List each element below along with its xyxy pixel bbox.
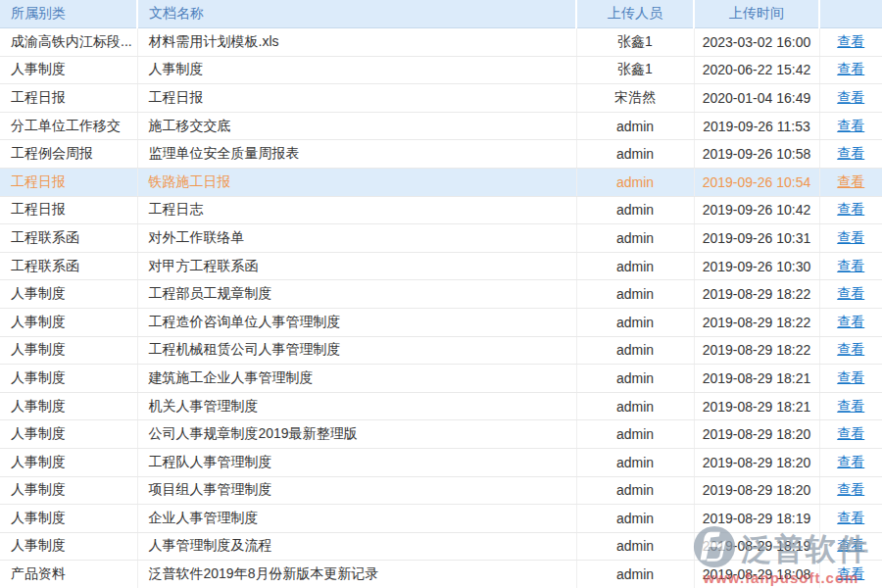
document-name-cell: 工程队人事管理制度	[137, 448, 576, 476]
view-link[interactable]: 查看	[837, 285, 864, 301]
view-link[interactable]: 查看	[837, 314, 864, 329]
document-name-cell: 人事管理制度及流程	[137, 532, 576, 561]
view-link[interactable]: 查看	[837, 61, 864, 76]
uploader-cell: admin	[576, 476, 694, 505]
upload-time-cell: 2019-08-29 18:20	[694, 476, 819, 505]
uploader-cell: 张鑫1	[576, 56, 694, 84]
uploader-cell: admin	[576, 280, 694, 309]
uploader-cell: admin	[576, 336, 694, 365]
table-row[interactable]: 产品资料 泛普软件2019年8月份新版本更新记录 admin 2019-08-2…	[0, 561, 882, 588]
table-header-row: 所属别类 文档名称 上传人员 上传时间	[0, 0, 882, 28]
view-link[interactable]: 查看	[837, 398, 864, 414]
view-link[interactable]: 查看	[837, 229, 864, 245]
table-row[interactable]: 工程联系函 对甲方工程联系函 admin 2019-09-26 10:30 查看	[0, 252, 882, 280]
table-row[interactable]: 人事制度 企业人事管理制度 admin 2019-08-29 18:19 查看	[0, 505, 882, 533]
category-cell: 工程联系函	[0, 224, 137, 253]
uploader-cell: admin	[576, 392, 694, 420]
view-link[interactable]: 查看	[837, 201, 864, 217]
category-cell: 人事制度	[0, 448, 137, 476]
table-row[interactable]: 人事制度 人事制度 张鑫1 2020-06-22 15:42 查看	[0, 56, 882, 84]
upload-time-cell: 2020-06-22 15:42	[694, 56, 819, 84]
category-cell: 工程例会周报	[0, 140, 137, 169]
actions-cell: 查看	[819, 476, 882, 505]
actions-cell: 查看	[819, 420, 882, 449]
document-name-cell: 机关人事管理制度	[137, 392, 576, 420]
table-row[interactable]: 工程日报 工程日报 宋浩然 2020-01-04 16:49 查看	[0, 84, 882, 113]
table-row[interactable]: 工程联系函 对外工作联络单 admin 2019-09-26 10:31 查看	[0, 224, 882, 253]
view-link[interactable]: 查看	[837, 173, 864, 189]
uploader-cell: admin	[576, 505, 694, 533]
table-row[interactable]: 人事制度 建筑施工企业人事管理制度 admin 2019-08-29 18:21…	[0, 365, 882, 393]
upload-time-cell: 2019-08-29 18:20	[694, 420, 819, 449]
view-link[interactable]: 查看	[837, 341, 864, 357]
view-link[interactable]: 查看	[837, 89, 864, 105]
upload-time-cell: 2019-08-29 18:22	[694, 280, 819, 309]
view-link[interactable]: 查看	[837, 33, 864, 49]
actions-cell: 查看	[819, 336, 882, 365]
upload-time-cell: 2019-08-29 18:21	[694, 365, 819, 393]
document-name-cell: 泛普软件2019年8月份新版本更新记录	[137, 561, 576, 588]
category-cell: 人事制度	[0, 532, 137, 561]
uploader-cell: admin	[576, 140, 694, 169]
table-row[interactable]: 人事制度 工程队人事管理制度 admin 2019-08-29 18:20 查看	[0, 448, 882, 476]
table-row[interactable]: 人事制度 人事管理制度及流程 admin 2019-08-29 18:19 查看	[0, 532, 882, 561]
upload-time-cell: 2019-08-29 18:08	[694, 561, 819, 588]
actions-cell: 查看	[819, 140, 882, 169]
table-row[interactable]: 人事制度 机关人事管理制度 admin 2019-08-29 18:21 查看	[0, 392, 882, 420]
view-link[interactable]: 查看	[837, 258, 864, 273]
table-row[interactable]: 人事制度 工程机械租赁公司人事管理制度 admin 2019-08-29 18:…	[0, 336, 882, 365]
view-link[interactable]: 查看	[837, 118, 864, 133]
view-link[interactable]: 查看	[837, 145, 864, 161]
upload-time-cell: 2019-08-29 18:20	[694, 448, 819, 476]
uploader-cell: 宋浩然	[576, 84, 694, 113]
document-name-cell: 监理单位安全质量周报表	[137, 140, 576, 169]
table-row[interactable]: 人事制度 工程造价咨询单位人事管理制度 admin 2019-08-29 18:…	[0, 308, 882, 336]
document-name-cell: 铁路施工日报	[137, 168, 576, 196]
upload-time-cell: 2019-09-26 10:54	[694, 168, 819, 196]
view-link[interactable]: 查看	[837, 565, 864, 581]
table-row[interactable]: 人事制度 项目组人事管理制度 admin 2019-08-29 18:20 查看	[0, 476, 882, 505]
upload-time-cell: 2019-08-29 18:19	[694, 532, 819, 561]
actions-cell: 查看	[819, 561, 882, 588]
table-row[interactable]: 人事制度 工程部员工规章制度 admin 2019-08-29 18:22 查看	[0, 280, 882, 309]
upload-time-cell: 2023-03-02 16:00	[694, 28, 819, 57]
view-link[interactable]: 查看	[837, 425, 864, 441]
table-row[interactable]: 工程日报 工程日志 admin 2019-09-26 10:42 查看	[0, 196, 882, 224]
table-row[interactable]: 人事制度 公司人事规章制度2019最新整理版 admin 2019-08-29 …	[0, 420, 882, 449]
uploader-cell: admin	[576, 196, 694, 224]
uploader-cell: admin	[576, 252, 694, 280]
view-link[interactable]: 查看	[837, 369, 864, 385]
actions-cell: 查看	[819, 532, 882, 561]
view-link[interactable]: 查看	[837, 454, 864, 469]
upload-time-cell: 2019-08-29 18:21	[694, 392, 819, 420]
upload-time-cell: 2019-09-26 10:58	[694, 140, 819, 169]
document-name-cell: 项目组人事管理制度	[137, 476, 576, 505]
category-cell: 人事制度	[0, 336, 137, 365]
actions-cell: 查看	[819, 168, 882, 196]
document-name-cell: 建筑施工企业人事管理制度	[137, 365, 576, 393]
table-row[interactable]: 成渝高铁内江标段... 材料需用计划模板.xls 张鑫1 2023-03-02 …	[0, 28, 882, 57]
view-link[interactable]: 查看	[837, 510, 864, 525]
category-cell: 工程日报	[0, 168, 137, 196]
document-name-cell: 工程日志	[137, 196, 576, 224]
document-name-cell: 工程日报	[137, 84, 576, 113]
view-link[interactable]: 查看	[837, 537, 864, 553]
upload-time-cell: 2019-08-29 18:19	[694, 505, 819, 533]
category-cell: 人事制度	[0, 365, 137, 393]
category-cell: 人事制度	[0, 56, 137, 84]
table-row[interactable]: 工程日报 铁路施工日报 admin 2019-09-26 10:54 查看	[0, 168, 882, 196]
view-link[interactable]: 查看	[837, 481, 864, 497]
table-row[interactable]: 工程例会周报 监理单位安全质量周报表 admin 2019-09-26 10:5…	[0, 140, 882, 169]
upload-time-cell: 2019-09-26 10:31	[694, 224, 819, 253]
uploader-cell: admin	[576, 561, 694, 588]
uploader-cell: admin	[576, 448, 694, 476]
actions-cell: 查看	[819, 365, 882, 393]
actions-cell: 查看	[819, 84, 882, 113]
category-cell: 人事制度	[0, 476, 137, 505]
category-cell: 工程联系函	[0, 252, 137, 280]
category-cell: 人事制度	[0, 392, 137, 420]
category-cell: 成渝高铁内江标段...	[0, 28, 137, 57]
table-row[interactable]: 分工单位工作移交 施工移交交底 admin 2019-09-26 11:53 查…	[0, 112, 882, 140]
document-name-cell: 工程部员工规章制度	[137, 280, 576, 309]
category-cell: 产品资料	[0, 561, 137, 588]
